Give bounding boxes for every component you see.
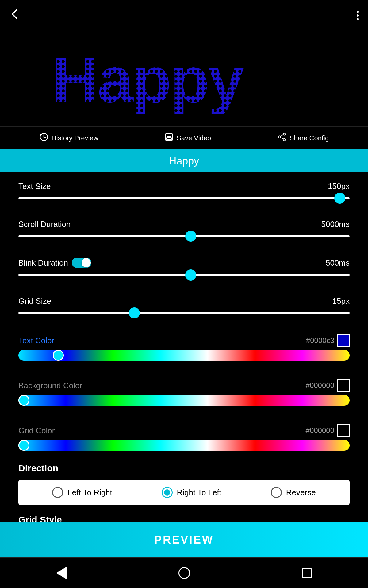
text-color-thumb[interactable]: [53, 350, 64, 361]
reverse-radio[interactable]: [271, 487, 282, 498]
more-dot: [357, 14, 359, 17]
grid-size-thumb[interactable]: [129, 307, 140, 318]
reverse-label: Reverse: [286, 488, 316, 497]
scroll-duration-control: Scroll Duration 5000ms: [18, 220, 350, 239]
blink-duration-label: Blink Duration: [18, 258, 68, 268]
scroll-duration-value: 5000ms: [321, 220, 350, 229]
save-video-button[interactable]: Save Video: [164, 132, 211, 144]
divider-1: [37, 210, 331, 210]
rtl-label: Right To Left: [177, 488, 222, 497]
bottom-nav: [0, 557, 368, 588]
divider-3: [37, 287, 331, 287]
grid-size-label: Grid Size: [18, 296, 51, 306]
text-color-control: Text Color #0000c3: [18, 334, 350, 361]
text-size-label: Text Size: [18, 182, 51, 191]
svg-rect-7: [167, 138, 171, 140]
share-icon: [277, 132, 286, 144]
text-color-swatch[interactable]: [337, 334, 350, 347]
more-options-button[interactable]: [357, 11, 359, 20]
background-color-header: Background Color #000000: [18, 379, 350, 392]
svg-line-12: [280, 138, 283, 139]
direction-ltr-option[interactable]: Left To Right: [52, 487, 112, 498]
grid-color-thumb[interactable]: [18, 440, 29, 451]
history-preview-button[interactable]: History Preview: [39, 132, 98, 144]
back-icon: [56, 567, 67, 579]
svg-line-11: [280, 135, 283, 137]
more-dot: [357, 18, 359, 20]
controls-section: Text Size 150px Scroll Duration 5000ms B…: [0, 172, 368, 460]
ltr-label: Left To Right: [67, 488, 112, 497]
divider-6: [37, 415, 331, 415]
nav-recent-button[interactable]: [302, 568, 312, 578]
blink-toggle[interactable]: [72, 258, 91, 268]
background-color-slider-wrapper[interactable]: [18, 395, 350, 406]
text-preview-canvas: Happy: [46, 32, 322, 117]
text-size-control: Text Size 150px: [18, 182, 350, 201]
text-size-slider[interactable]: [18, 197, 350, 199]
svg-point-10: [278, 136, 280, 138]
direction-rtl-option[interactable]: Right To Left: [162, 487, 222, 498]
ltr-radio[interactable]: [52, 487, 63, 498]
toolbar: History Preview Save Video Share Config: [0, 126, 368, 149]
background-color-label: Background Color: [18, 381, 82, 390]
text-input[interactable]: [9, 155, 359, 167]
text-color-label: Text Color: [18, 336, 54, 345]
text-size-thumb[interactable]: [334, 193, 345, 204]
svg-rect-3: [46, 35, 322, 114]
back-button[interactable]: [9, 9, 20, 22]
share-config-button[interactable]: Share Config: [277, 132, 329, 144]
blink-duration-thumb[interactable]: [185, 270, 196, 281]
history-label: History Preview: [52, 134, 98, 142]
grid-color-gradient[interactable]: [18, 440, 350, 451]
direction-options: Left To Right Right To Left Reverse: [18, 480, 350, 505]
divider-4: [37, 325, 331, 325]
direction-section: Direction Left To Right Right To Left Re…: [0, 460, 368, 511]
text-size-header: Text Size 150px: [18, 182, 350, 191]
scroll-duration-slider[interactable]: [18, 235, 350, 237]
background-color-control: Background Color #000000: [18, 379, 350, 406]
text-color-gradient[interactable]: [18, 350, 350, 361]
svg-rect-6: [167, 134, 171, 137]
blink-duration-slider[interactable]: [18, 274, 350, 276]
text-color-header: Text Color #0000c3: [18, 334, 350, 347]
background-color-thumb[interactable]: [18, 395, 29, 406]
recent-icon: [302, 568, 312, 578]
background-color-swatch[interactable]: [337, 379, 350, 392]
background-color-hash-group: #000000: [306, 379, 350, 392]
grid-color-hash: #000000: [306, 426, 334, 435]
top-bar: [0, 0, 368, 25]
svg-point-9: [283, 139, 285, 141]
preview-button[interactable]: PREVIEW: [0, 522, 368, 557]
grid-color-slider-wrapper[interactable]: [18, 440, 350, 451]
rtl-radio[interactable]: [162, 487, 173, 498]
blink-toggle-wrapper: Blink Duration: [18, 258, 91, 268]
save-icon: [164, 132, 174, 144]
divider-5: [37, 370, 331, 370]
grid-size-slider[interactable]: [18, 312, 350, 314]
grid-color-hash-group: #000000: [306, 424, 350, 437]
blink-duration-value: 500ms: [326, 258, 350, 268]
toggle-knob: [82, 258, 91, 267]
background-color-gradient[interactable]: [18, 395, 350, 406]
text-color-slider-wrapper[interactable]: [18, 350, 350, 361]
divider-2: [37, 248, 331, 248]
nav-home-button[interactable]: [178, 567, 190, 579]
direction-label: Direction: [18, 463, 350, 473]
rtl-radio-inner: [164, 489, 170, 496]
share-label: Share Config: [289, 134, 329, 142]
text-size-value: 150px: [328, 182, 350, 191]
grid-color-label: Grid Color: [18, 426, 55, 435]
text-input-bar[interactable]: [0, 149, 368, 172]
nav-back-button[interactable]: [56, 567, 67, 579]
text-color-hash-group: #0000c3: [306, 334, 350, 347]
scroll-duration-label: Scroll Duration: [18, 220, 71, 229]
direction-reverse-option[interactable]: Reverse: [271, 487, 316, 498]
grid-size-control: Grid Size 15px: [18, 296, 350, 316]
blink-duration-control: Blink Duration 500ms: [18, 258, 350, 278]
grid-color-swatch[interactable]: [337, 424, 350, 437]
home-icon: [178, 567, 190, 579]
more-dot: [357, 11, 359, 13]
scroll-duration-thumb[interactable]: [185, 231, 196, 242]
blink-duration-header: Blink Duration 500ms: [18, 258, 350, 268]
save-label: Save Video: [177, 134, 211, 142]
